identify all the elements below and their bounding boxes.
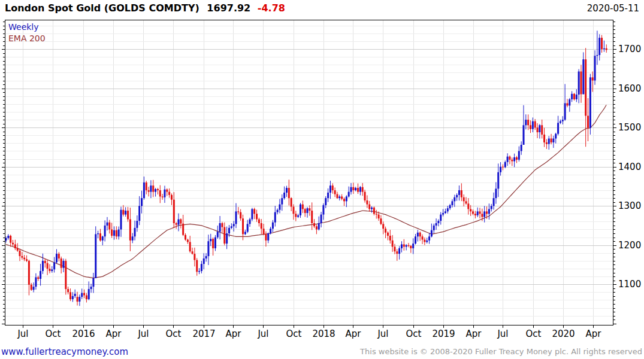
candle-body-down xyxy=(192,251,193,254)
candle-body-down xyxy=(99,233,101,241)
candle-body-down xyxy=(253,209,255,214)
candle-body-up xyxy=(244,232,246,234)
candle-body-down xyxy=(69,292,71,299)
candle-body-up xyxy=(488,209,490,214)
candle-body-down xyxy=(474,214,476,215)
candle-body-up xyxy=(500,167,501,172)
candle-body-up xyxy=(350,187,352,192)
candle-body-up xyxy=(401,244,403,248)
candle-body-down xyxy=(116,230,117,236)
candle-body-up xyxy=(56,254,58,262)
candle-body-down xyxy=(396,251,398,254)
candle-body-up xyxy=(532,121,534,129)
candle-body-down xyxy=(258,219,260,223)
candle-body-down xyxy=(368,205,370,209)
candle-body-down xyxy=(49,269,50,271)
x-tick-label: Apr xyxy=(586,328,602,339)
candle-body-down xyxy=(176,223,177,225)
candle-body-down xyxy=(467,203,469,209)
candle-body-down xyxy=(189,242,191,251)
candle-body-down xyxy=(265,234,267,240)
x-tick-label: Jul xyxy=(17,328,28,339)
candle-body-up xyxy=(113,230,115,236)
candle-body-up xyxy=(582,59,584,94)
candle-body-up xyxy=(589,77,591,128)
candle-body-up xyxy=(201,264,202,271)
candle-body-up xyxy=(210,239,211,241)
website-link[interactable]: www.fullertreacymoney.com xyxy=(1,346,128,357)
x-tick-label: Jul xyxy=(257,328,268,339)
candle-body-down xyxy=(185,235,186,240)
candle-body-down xyxy=(537,127,539,132)
candle-body-down xyxy=(352,187,354,190)
candle-body-down xyxy=(12,243,14,245)
candle-body-down xyxy=(166,190,168,192)
candle-body-down xyxy=(77,297,78,302)
candle-body-up xyxy=(513,157,515,162)
candle-body-up xyxy=(598,38,600,55)
candle-body-up xyxy=(594,56,596,80)
price-chart-plot-area[interactable]: 1100120013001400150016001700JulOct2016Ap… xyxy=(0,0,644,359)
candle-body-down xyxy=(28,261,30,285)
candle-body-down xyxy=(541,125,543,135)
candle-body-up xyxy=(436,223,437,226)
candle-body-down xyxy=(516,157,518,160)
candle-body-up xyxy=(33,287,35,290)
candle-body-down xyxy=(546,142,548,144)
candle-body-down xyxy=(223,227,225,244)
candle-body-down xyxy=(44,261,46,263)
candle-body-up xyxy=(214,238,216,248)
plot-border xyxy=(5,20,613,325)
candle-body-up xyxy=(40,271,41,279)
candle-body-up xyxy=(203,258,205,264)
candle-body-up xyxy=(235,211,237,224)
candle-body-up xyxy=(106,223,108,226)
candle-body-up xyxy=(226,233,228,244)
candle-body-up xyxy=(329,185,331,193)
candle-body-up xyxy=(141,198,143,206)
candle-body-up xyxy=(81,293,83,297)
candle-body-down xyxy=(585,59,586,115)
candle-body-down xyxy=(309,208,310,211)
candle-body-down xyxy=(336,194,338,199)
candle-body-up xyxy=(97,233,99,234)
candle-body-up xyxy=(164,190,165,197)
candle-body-down xyxy=(332,185,334,190)
candle-body-down xyxy=(573,94,575,99)
candle-body-up xyxy=(143,182,145,198)
candle-body-up xyxy=(415,236,416,244)
candle-body-up xyxy=(318,223,320,229)
candle-body-down xyxy=(31,285,32,290)
candle-body-down xyxy=(111,229,113,235)
candle-body-down xyxy=(171,195,173,200)
candle-body-up xyxy=(348,192,350,197)
candle-body-up xyxy=(453,197,455,202)
candle-body-up xyxy=(90,287,92,289)
candle-body-up xyxy=(281,198,283,204)
candle-body-down xyxy=(67,289,69,292)
copyright-text: This website is © 2008-2020 Fuller Treac… xyxy=(360,347,642,356)
candle-body-up xyxy=(217,232,219,237)
candle-body-up xyxy=(359,187,361,192)
candle-body-down xyxy=(295,214,297,217)
candle-body-down xyxy=(502,167,504,168)
candle-body-down xyxy=(481,214,483,217)
candle-body-up xyxy=(74,294,76,296)
x-tick-label: Apr xyxy=(466,328,482,339)
candle-body-down xyxy=(108,223,110,230)
candle-body-down xyxy=(302,205,304,209)
candle-body-up xyxy=(35,277,37,287)
candle-body-down xyxy=(606,48,607,50)
candle-body-down xyxy=(168,192,170,195)
candle-body-down xyxy=(470,209,471,211)
y-tick-label: 1200 xyxy=(618,240,641,251)
candle-body-down xyxy=(240,212,241,218)
candle-body-up xyxy=(297,215,299,217)
candle-body-down xyxy=(566,104,568,106)
candle-body-down xyxy=(127,211,129,219)
candle-body-up xyxy=(576,95,578,99)
candle-body-down xyxy=(162,196,164,197)
candle-body-up xyxy=(321,215,322,223)
candle-body-down xyxy=(173,200,175,223)
candle-body-down xyxy=(293,206,295,214)
